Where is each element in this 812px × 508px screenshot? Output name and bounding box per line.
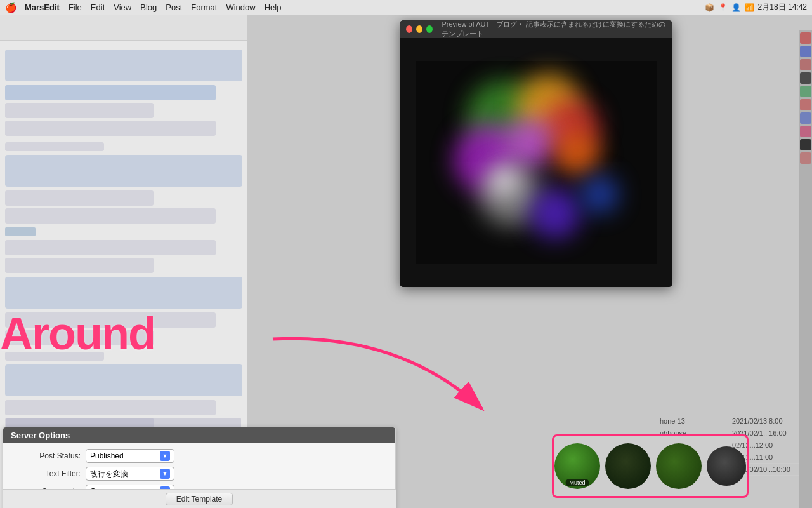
preview-titlebar: Preview of AUT - ブログ・ 記事表示に含まれるだけに変換にするた… bbox=[400, 20, 672, 38]
menubar: 🍎 MarsEdit File Edit View Blog Post Form… bbox=[0, 0, 812, 15]
edit-template-button[interactable]: Edit Template bbox=[166, 493, 233, 505]
list-item[interactable] bbox=[5, 121, 216, 136]
clock: 2月18日 14:42 bbox=[758, 2, 807, 13]
main-content: Preview of AUT - ブログ・ 記事表示に含まれるだけに変換にするた… bbox=[0, 15, 812, 508]
around-annotation: Around bbox=[0, 307, 155, 359]
device-cell: hone 13 bbox=[660, 417, 727, 425]
preview-window[interactable]: Preview of AUT - ブログ・ 記事表示に含まれるだけに変換にするた… bbox=[400, 20, 672, 287]
list-item[interactable] bbox=[5, 190, 154, 206]
minimize-button[interactable] bbox=[416, 25, 422, 33]
sidebar-icon-5[interactable] bbox=[800, 86, 811, 97]
menu-file[interactable]: File bbox=[69, 3, 82, 12]
far-right-sidebar bbox=[799, 30, 812, 508]
avatar-3[interactable] bbox=[656, 443, 702, 489]
bokeh-violet bbox=[504, 118, 555, 169]
text-filter-arrow[interactable]: ▼ bbox=[160, 469, 170, 479]
menubar-right: 📦 📍 👤 📶 2月18日 14:42 bbox=[705, 2, 807, 13]
sidebar-icon-3[interactable] bbox=[800, 59, 811, 70]
user-icon[interactable]: 👤 bbox=[731, 3, 741, 12]
text-filter-select[interactable]: 改行を変換 ▼ bbox=[86, 467, 174, 481]
list-item[interactable] bbox=[5, 227, 36, 236]
edit-template-bar: Edit Template bbox=[3, 489, 396, 508]
location-icon[interactable]: 📍 bbox=[718, 3, 728, 12]
apple-menu[interactable]: 🍎 bbox=[5, 2, 17, 13]
bokeh-indigo bbox=[530, 188, 580, 239]
list-item[interactable] bbox=[5, 258, 154, 273]
sidebar-icon-2[interactable] bbox=[800, 46, 811, 57]
list-item[interactable] bbox=[5, 155, 242, 187]
list-item[interactable] bbox=[5, 400, 216, 415]
post-status-value: Published bbox=[90, 451, 124, 460]
preview-title: Preview of AUT - ブログ・ 記事表示に含まれるだけに変換にするた… bbox=[442, 20, 666, 39]
post-status-label: Post Status: bbox=[11, 451, 81, 460]
sidebar-icon-10[interactable] bbox=[800, 152, 811, 164]
maximize-button[interactable] bbox=[426, 25, 433, 33]
sidebar-icon-4[interactable] bbox=[800, 72, 811, 84]
table-row: hone 13 2021/02/13 8:00 bbox=[660, 415, 799, 427]
bokeh-blue bbox=[580, 175, 619, 213]
menu-view[interactable]: View bbox=[114, 3, 131, 12]
list-item[interactable] bbox=[5, 142, 104, 151]
menu-format[interactable]: Format bbox=[191, 3, 217, 12]
sidebar-icon-8[interactable] bbox=[800, 126, 811, 137]
list-item[interactable] bbox=[5, 103, 154, 118]
menu-blog[interactable]: Blog bbox=[140, 3, 157, 12]
text-filter-label: Text Filter: bbox=[11, 469, 81, 478]
bokeh-darkorange bbox=[555, 131, 599, 175]
post-status-row: Post Status: Published ▼ bbox=[3, 447, 395, 465]
menu-window[interactable]: Window bbox=[226, 3, 255, 12]
server-options-header: Server Options bbox=[3, 427, 395, 443]
avatars-area: Muted bbox=[552, 434, 749, 503]
close-button[interactable] bbox=[406, 25, 412, 33]
dropbox-icon[interactable]: 📦 bbox=[705, 3, 714, 12]
app-name-menu[interactable]: MarsEdit bbox=[25, 3, 60, 12]
sidebar-icon-9[interactable] bbox=[800, 139, 811, 150]
text-filter-row: Text Filter: 改行を変換 ▼ bbox=[3, 465, 395, 483]
sidebar-icon-6[interactable] bbox=[800, 99, 811, 110]
list-item[interactable] bbox=[5, 364, 242, 396]
sidebar-icon-7[interactable] bbox=[800, 112, 811, 124]
avatar-4[interactable] bbox=[707, 446, 746, 486]
list-item[interactable] bbox=[5, 208, 216, 224]
wifi-icon[interactable]: 📶 bbox=[745, 3, 754, 12]
preview-content bbox=[400, 38, 672, 287]
sidebar-icon-1[interactable] bbox=[800, 32, 811, 44]
avatar-muted-label: Muted bbox=[565, 479, 589, 486]
list-item[interactable] bbox=[5, 240, 216, 255]
list-item[interactable] bbox=[5, 50, 242, 81]
post-status-arrow[interactable]: ▼ bbox=[160, 451, 170, 461]
menu-help[interactable]: Help bbox=[265, 3, 282, 12]
list-item[interactable] bbox=[5, 85, 216, 100]
date-cell: 2021/02/13 8:00 bbox=[732, 417, 799, 425]
avatar-2[interactable] bbox=[605, 443, 651, 489]
bokeh-image bbox=[416, 61, 657, 264]
menu-post[interactable]: Post bbox=[166, 3, 182, 12]
text-filter-value: 改行を変換 bbox=[90, 469, 128, 479]
post-status-select[interactable]: Published ▼ bbox=[86, 449, 174, 463]
list-item[interactable] bbox=[5, 277, 242, 309]
left-toolbar bbox=[0, 15, 247, 41]
bokeh-white bbox=[492, 169, 517, 194]
menu-edit[interactable]: Edit bbox=[91, 3, 105, 12]
avatars-pink-box: Muted bbox=[552, 434, 749, 498]
avatar-muted[interactable]: Muted bbox=[554, 443, 600, 489]
